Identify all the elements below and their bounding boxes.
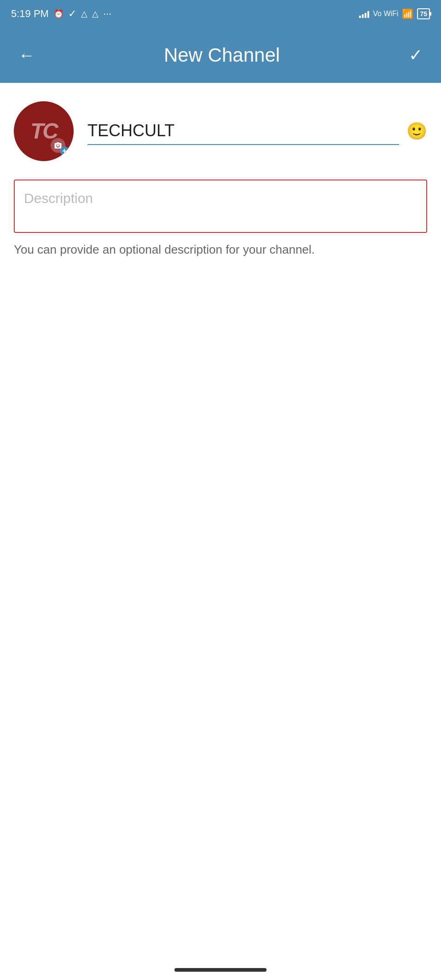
page-title: New Channel [164,44,280,66]
confirm-button[interactable]: ✓ [404,41,427,70]
alarm-icon: ⏰ [53,9,64,19]
channel-name-container [87,117,399,145]
status-bar: 5:19 PM ⏰ ✓ △ △ ··· Vo WiFi 📶 75 [0,0,441,28]
checkmark-icon: ✓ [409,46,423,65]
channel-setup-row: TC + 🙂 [14,101,427,161]
battery-level: 75 [420,10,427,17]
avatar-initials: TC [30,120,57,142]
vo-wifi-label: Vo WiFi [373,10,398,18]
wifi-icon: 📶 [402,8,413,19]
time-display: 5:19 PM [11,8,49,20]
home-indicator [174,968,267,972]
avatar[interactable]: TC + [14,101,74,161]
add-photo-icon: + [60,146,69,156]
dots-icon: ··· [103,8,111,20]
name-input-wrapper: 🙂 [87,117,427,145]
channel-name-input[interactable] [87,117,399,145]
status-bar-right: Vo WiFi 📶 75 [359,8,430,19]
emoji-button[interactable]: 🙂 [406,122,427,141]
check-icon: ✓ [68,8,76,20]
back-button[interactable]: ← [14,41,40,70]
cloud-icon-1: △ [81,9,87,19]
battery-icon: 75 [417,8,430,19]
emoji-icon: 🙂 [406,122,427,141]
description-input[interactable] [14,180,427,233]
main-content: TC + 🙂 You can provide an optio [0,83,441,272]
status-bar-left: 5:19 PM ⏰ ✓ △ △ ··· [11,8,111,20]
signal-bars-icon [359,10,369,18]
description-section: You can provide an optional description … [14,180,427,258]
app-bar: ← New Channel ✓ [0,28,441,83]
back-arrow-icon: ← [18,46,35,65]
description-hint: You can provide an optional description … [14,241,427,258]
cloud-icon-2: △ [92,9,99,19]
